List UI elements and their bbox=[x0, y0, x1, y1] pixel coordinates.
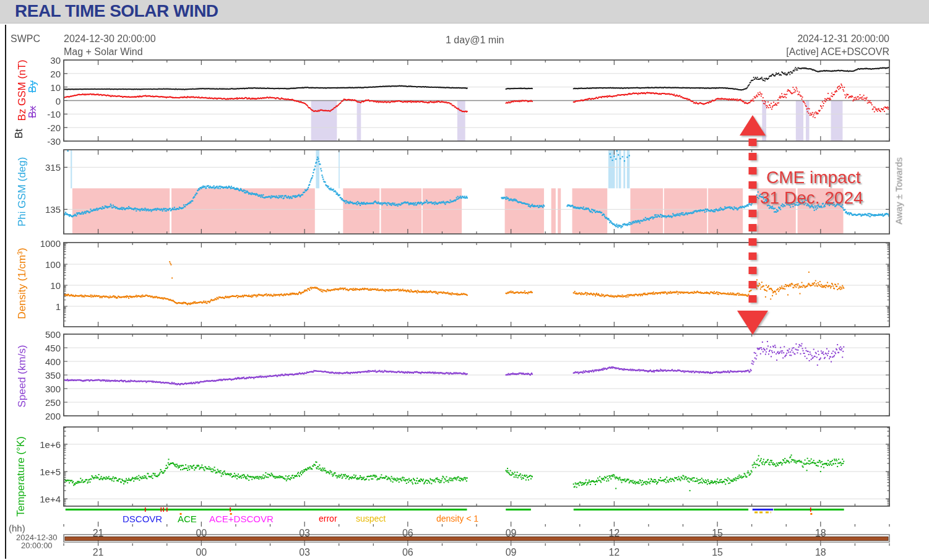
y-tick-label: 250 bbox=[22, 397, 61, 408]
hour-tick-label: 21 bbox=[85, 547, 112, 558]
hour-tick-label: 06 bbox=[394, 547, 421, 558]
hh-label: (hh) bbox=[9, 523, 25, 533]
y-tick-label: 1e+6 bbox=[22, 439, 61, 450]
cadence-label: 1 day@1 min bbox=[446, 35, 504, 46]
y-tick-label: -30 bbox=[22, 136, 61, 147]
end-datetime: 2024-12-31 20:00:00 bbox=[797, 33, 889, 45]
mode-label: [Active] ACE+DSCOVR bbox=[786, 46, 889, 58]
y-tick-label: 350 bbox=[22, 370, 61, 381]
y-tick-label: 1 bbox=[22, 301, 61, 312]
hour-tick-label: 21 bbox=[85, 528, 112, 539]
y-tick-label: 135 bbox=[22, 204, 61, 215]
hour-tick-label: 15 bbox=[704, 528, 731, 539]
legend-item-suspect: suspect bbox=[356, 514, 386, 523]
hour-tick-label: 06 bbox=[394, 528, 421, 539]
cme-annotation-line2: 31 Dec. 2024 bbox=[760, 187, 863, 208]
source-label: SWPC bbox=[11, 33, 40, 45]
y-tick-label: 300 bbox=[22, 384, 61, 394]
y-tick-label: 1e+5 bbox=[22, 467, 61, 477]
y-tick-label: 1e+4 bbox=[22, 494, 61, 504]
hour-tick-label: 09 bbox=[498, 547, 525, 558]
y-tick-label: 500 bbox=[22, 329, 61, 340]
y-tick-label: 30 bbox=[22, 55, 61, 66]
legend-item-dscovr: DSCOVR bbox=[123, 514, 162, 524]
y-tick-label: 400 bbox=[22, 356, 61, 367]
legend-item-ace: ACE bbox=[178, 514, 197, 524]
y-tick-label: 315 bbox=[22, 162, 61, 173]
hour-tick-label: 15 bbox=[704, 547, 731, 558]
rtsw-app: REAL TIME SOLAR WIND SWPC 2024-12-30 20:… bbox=[0, 0, 929, 560]
cme-annotation: CME impact 31 Dec. 2024 bbox=[760, 167, 863, 208]
y-tick-label: 200 bbox=[22, 411, 61, 421]
legend-item-ace-dscovr: ACE+DSCOVR bbox=[209, 514, 274, 524]
y-tick-label: 20 bbox=[22, 69, 61, 79]
start-datetime: 2024-12-30 20:00:00 bbox=[64, 33, 156, 45]
legend-item-error: error bbox=[319, 514, 337, 523]
hour-tick-label: 12 bbox=[600, 547, 628, 558]
legend-item-density-1: density < 1 bbox=[436, 514, 478, 523]
y-tick-label: 0 bbox=[22, 96, 61, 106]
y-tick-label: 100 bbox=[22, 259, 61, 270]
hour-tick-label: 00 bbox=[188, 528, 215, 539]
hour-tick-label: 03 bbox=[291, 528, 318, 539]
y-tick-label: -20 bbox=[22, 123, 61, 133]
hour-tick-label: 09 bbox=[498, 528, 525, 539]
y-tick-label: 450 bbox=[22, 343, 61, 353]
y-tick-label: 10 bbox=[22, 280, 61, 291]
footer-time: 20:00:00 bbox=[21, 541, 53, 550]
hour-tick-label: 12 bbox=[600, 528, 628, 539]
solar-wind-chart-canvas[interactable] bbox=[0, 0, 929, 560]
hour-tick-label: 03 bbox=[291, 547, 318, 558]
hour-tick-label: 00 bbox=[188, 547, 215, 558]
cme-annotation-line1: CME impact bbox=[760, 167, 863, 187]
subtitle-label: Mag + Solar Wind bbox=[64, 46, 143, 58]
axis-label-away-towards: Away ± Towards bbox=[894, 152, 904, 230]
y-tick-label: 1000 bbox=[22, 238, 61, 249]
y-tick-label: -10 bbox=[22, 109, 61, 119]
y-tick-label: 10 bbox=[22, 82, 61, 93]
hour-tick-label: 18 bbox=[807, 547, 834, 558]
hour-tick-label: 18 bbox=[807, 528, 834, 539]
